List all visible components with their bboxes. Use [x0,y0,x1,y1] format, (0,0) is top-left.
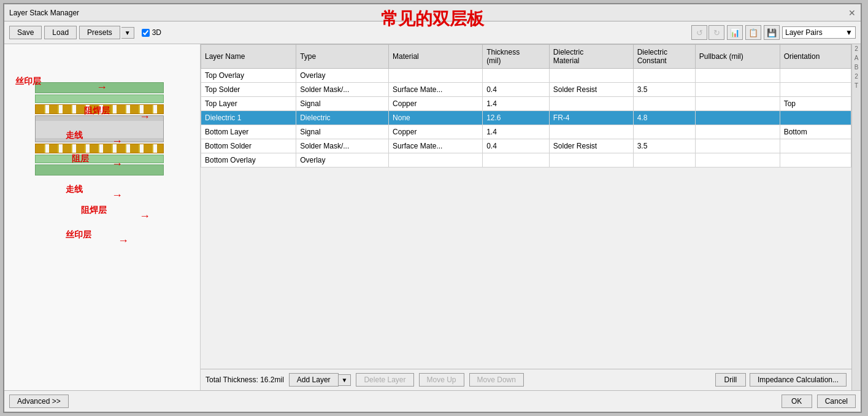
cell-pullback_mil [695,97,780,111]
table-row[interactable]: Bottom OverlayOverlay [201,153,851,168]
3d-checkbox[interactable] [142,29,150,37]
cell-dielectric_material: Solder Resist [549,83,633,97]
left-panel-visualization: 丝印层 → 阻焊层 → 走线 → 阻层 → 走线 → 阻焊层 → 丝印层 [4,44,201,390]
cell-type: Overlay [296,153,389,168]
cell-material: Surface Mate... [389,83,483,97]
cell-pullback_mil [695,69,780,83]
cell-thickness_mil: 1.4 [483,125,550,139]
arrow-solder-bottom: → [139,210,150,223]
cell-dielectric_material [549,97,633,111]
layer-pairs-arrow: ▼ [845,28,853,37]
undo-button[interactable]: ↺ [691,25,707,40]
total-thickness-label: Total Thickness: 16.2mil [205,376,284,384]
table-row[interactable]: Bottom LayerSignalCopper1.4Bottom [201,125,851,139]
annotation-trace-top: 走线 [66,130,83,141]
side-item-2: A [852,53,861,63]
cell-thickness_mil: 12.6 [483,111,550,125]
cell-material: Surface Mate... [389,139,483,153]
presets-button-group: Presets ▼ [79,26,134,39]
cell-pullback_mil [695,153,780,168]
add-layer-group: Add Layer ▼ [289,373,351,387]
side-panel: 2 A B 2 T [851,44,861,390]
col-orientation: Orientation [780,45,851,69]
cell-orientation: Bottom [780,125,851,139]
col-thickness: Thickness(mil) [483,45,550,69]
close-button[interactable]: ✕ [848,8,856,18]
cell-thickness_mil: 0.4 [483,139,550,153]
cell-dielectric_constant: 3.5 [633,139,695,153]
cell-dielectric_material [549,125,633,139]
cell-dielectric_constant [633,153,695,168]
cell-pullback_mil [695,111,780,125]
cell-pullback_mil [695,83,780,97]
cell-thickness_mil: 0.4 [483,83,550,97]
cell-material: None [389,111,483,125]
cell-orientation [780,69,851,83]
cell-dielectric_constant: 4.8 [633,111,695,125]
cell-dielectric_material [549,153,633,168]
cell-layer_name: Top Solder [201,83,296,97]
export-icon1[interactable]: 📊 [727,25,743,40]
export-icon2[interactable]: 📋 [745,25,761,40]
cell-dielectric_constant: 3.5 [633,83,695,97]
side-item-3: B [852,63,861,72]
cell-orientation [780,83,851,97]
col-dielectric-material: DielectricMaterial [549,45,633,69]
load-button[interactable]: Load [44,26,77,39]
footer-right: OK Cancel [782,395,856,408]
presets-button[interactable]: Presets [79,26,120,39]
annotation-trace-bottom: 走线 [66,184,83,195]
impedance-button[interactable]: Impedance Calculation... [750,373,847,387]
layer-pairs-label: Layer Pairs [785,28,823,37]
cell-thickness_mil: 1.4 [483,97,550,111]
undo-redo-group: ↺ ↻ [691,25,724,40]
save-button[interactable]: Save [9,26,42,39]
3d-label: 3D [152,28,161,37]
arrow-silk-top: → [96,81,107,94]
layer-pairs-dropdown[interactable]: Layer Pairs ▼ [782,26,856,39]
cell-type: Signal [296,125,389,139]
cell-type: Solder Mask/... [296,139,389,153]
cancel-button[interactable]: Cancel [817,395,856,408]
table-row[interactable]: Top SolderSolder Mask/...Surface Mate...… [201,83,851,97]
annotation-solder-bottom: 阻焊层 [81,205,107,216]
table-row[interactable]: Bottom SolderSolder Mask/...Surface Mate… [201,139,851,153]
table-row[interactable]: Dielectric 1DielectricNone12.6FR-44.8 [201,111,851,125]
cell-type: Overlay [296,69,389,83]
ok-button[interactable]: OK [782,395,812,408]
redo-button[interactable]: ↻ [709,25,724,40]
col-dielectric-constant: DielectricConstant [633,45,695,69]
cell-layer_name: Bottom Solder [201,139,296,153]
side-item-1: 2 [852,44,861,53]
cell-thickness_mil [483,153,550,168]
col-pullback: Pullback (mil) [695,45,780,69]
main-toolbar: Save Load Presets ▼ 3D ↺ ↻ 📊 📋 💾 Layer P… [4,21,861,44]
move-down-button[interactable]: Move Down [469,373,524,387]
arrow-trace-bottom: → [112,189,123,202]
annotation-silk-top: 丝印层 [15,76,41,87]
cell-material [389,153,483,168]
annotation-silk-bottom: 丝印层 [66,229,91,241]
drill-button[interactable]: Drill [715,373,746,387]
toolbar-right: ↺ ↻ 📊 📋 💾 Layer Pairs ▼ [691,25,856,40]
cell-orientation: Top [780,97,851,111]
cell-dielectric_material [549,69,633,83]
dialog-title: Layer Stack Manager [9,9,79,17]
cell-dielectric_material: Solder Resist [549,139,633,153]
cell-layer_name: Bottom Layer [201,125,296,139]
table-scroll-area[interactable]: Layer Name Type Material Thickness(mil) … [201,44,851,369]
arrow-solder-top: → [139,110,150,123]
export-icon3[interactable]: 💾 [764,25,780,40]
add-layer-button[interactable]: Add Layer [289,373,339,387]
table-row[interactable]: Top OverlayOverlay [201,69,851,83]
col-type: Type [296,45,389,69]
cell-dielectric_constant [633,125,695,139]
cell-layer_name: Bottom Overlay [201,153,296,168]
advanced-button[interactable]: Advanced >> [9,395,69,408]
3d-checkbox-label[interactable]: 3D [142,28,161,37]
delete-layer-button[interactable]: Delete Layer [356,373,413,387]
move-up-button[interactable]: Move Up [419,373,464,387]
add-layer-arrow[interactable]: ▼ [339,374,351,386]
presets-dropdown-arrow[interactable]: ▼ [121,27,134,39]
table-row[interactable]: Top LayerSignalCopper1.4Top [201,97,851,111]
